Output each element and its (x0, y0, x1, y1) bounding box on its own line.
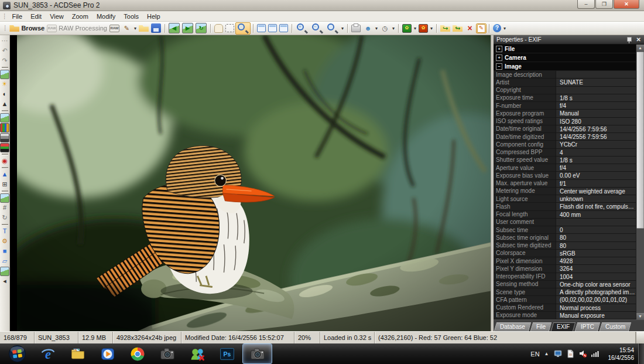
properties-panel-header[interactable]: Properties - EXIF ✕ (494, 35, 644, 45)
tab-exif[interactable]: EXIF (551, 322, 576, 331)
taskbar-photoshop-icon[interactable]: Ps (213, 344, 241, 363)
next-image-icon[interactable]: ▶ (181, 22, 194, 34)
contrast-icon[interactable]: ◐ (0, 89, 9, 99)
exif-row[interactable]: Aperture valuef/4 (494, 164, 636, 172)
dropdown-arrow-icon[interactable]: ▾ (134, 26, 136, 31)
zoom-out-icon[interactable]: − (310, 22, 325, 35)
resize-icon[interactable]: ⊞ (0, 179, 9, 189)
tag-red-icon[interactable]: ✿▾ (417, 23, 434, 33)
tray-volume-muted-icon[interactable] (578, 349, 587, 358)
help-icon[interactable]: ?▾ (492, 23, 507, 33)
expand-camera-icon[interactable]: + (496, 55, 502, 61)
exif-row[interactable]: Light sourceunknown (494, 195, 636, 203)
menu-tools[interactable]: Tools (119, 12, 143, 21)
tab-iptc[interactable]: IPTC (575, 322, 600, 331)
tab-database[interactable]: Database (494, 322, 531, 331)
save-icon[interactable] (150, 23, 162, 33)
perspective-icon[interactable]: ▱ (0, 256, 9, 266)
menu-modify[interactable]: Modify (93, 12, 119, 21)
redo-icon[interactable]: ↷ (0, 56, 9, 66)
taskbar-wmp-icon[interactable] (93, 344, 122, 363)
shadows-highlights-icon[interactable]: ▲ (0, 99, 9, 109)
exif-row[interactable]: Metering modeCenter weighted average (494, 188, 636, 195)
exif-row[interactable]: Component configYCbCr (494, 141, 636, 148)
exif-row[interactable]: Compressed BPP4 (494, 149, 636, 157)
edit-mode-icon[interactable]: ✎ (476, 23, 487, 33)
panel-close-icon[interactable]: ✕ (636, 36, 641, 43)
dropdown-arrow-icon[interactable]: ▾ (392, 26, 395, 31)
scroll-up-icon[interactable]: ▲ (636, 45, 644, 51)
taskbar-ie-icon[interactable]: e (33, 344, 62, 363)
text-tool-icon[interactable]: T (0, 226, 9, 236)
exif-row[interactable]: User comment (494, 219, 636, 226)
exif-row[interactable]: Scene typeA directly photographed image (494, 288, 636, 296)
exif-row[interactable]: Max. aperture valuef/1 (494, 180, 636, 188)
share-icon[interactable]: ☻▾ (362, 23, 379, 33)
slideshow-icon[interactable]: ◷▾ (379, 23, 396, 33)
dropdown-arrow-icon[interactable]: ▾ (375, 26, 378, 31)
exif-row[interactable]: Shutter speed value1/8 s (494, 157, 636, 164)
tab-file[interactable]: File (530, 322, 551, 331)
exif-row[interactable]: Sensing methodOne-chip color area sensor (494, 281, 636, 288)
scroll-down-icon[interactable]: ▼ (636, 313, 644, 319)
taskbar-acdsee-icon[interactable] (242, 343, 272, 364)
section-image[interactable]: −Image (494, 62, 636, 71)
blur-icon[interactable]: ■ (0, 246, 9, 256)
crop-icon[interactable]: # (0, 203, 9, 213)
tray-display-icon[interactable] (554, 349, 563, 358)
left-toolbar-grip[interactable]: ⋯ (0, 36, 9, 46)
exif-row[interactable]: FlashFlash did not fire, compulsory flas… (494, 203, 636, 210)
zoom-tool-icon[interactable] (235, 22, 251, 35)
taskbar-messenger-icon[interactable] (183, 344, 211, 363)
maximize-button[interactable]: ❐ (595, 0, 613, 9)
zoom-level-icon[interactable]: ▾ (325, 22, 345, 35)
print-icon[interactable] (350, 24, 362, 33)
section-file[interactable]: +File (494, 45, 636, 53)
exif-row[interactable]: Pixel X dimension4928 (494, 257, 636, 265)
panel-scrollbar[interactable]: ▲ ▼ (636, 45, 644, 319)
menu-view[interactable]: View (46, 12, 68, 21)
select-tool-icon[interactable] (224, 23, 235, 33)
title-bar[interactable]: SUN_3853 - ACDSee Pro 2 –❐✕ (0, 0, 644, 11)
menu-edit[interactable]: Edit (26, 12, 46, 21)
exif-row[interactable]: Copyright (494, 87, 636, 94)
fit-image-icon[interactable] (256, 23, 267, 33)
menu-help[interactable]: Help (143, 12, 165, 21)
collapse-arrow-icon[interactable]: ◂ (0, 276, 9, 286)
tray-expand-icon[interactable]: ▲ (544, 351, 549, 356)
histogram-icon[interactable] (0, 123, 9, 132)
expand-file-icon[interactable]: + (496, 46, 502, 52)
color-balance-icon[interactable] (0, 142, 9, 152)
exif-row[interactable]: ColorspacesRGB (494, 250, 636, 257)
repair-icon[interactable]: ⚙ (0, 236, 9, 246)
save-raw-icon[interactable]: RAW (108, 24, 121, 33)
tray-clock[interactable]: 15:54 16/4/2556 (604, 346, 639, 362)
previous-image-icon[interactable]: ◀ (167, 22, 181, 34)
minimize-button[interactable]: – (577, 0, 595, 9)
move-to-icon[interactable]: ↪ (439, 23, 451, 33)
pin-icon[interactable] (626, 36, 632, 43)
close-button[interactable]: ✕ (614, 0, 639, 9)
exif-row[interactable]: Subsec time digitized80 (494, 242, 636, 250)
actual-size-icon[interactable] (267, 23, 278, 33)
exif-row[interactable]: Custom RenderedNormal process (494, 304, 636, 312)
scrollbar-thumb[interactable] (636, 52, 644, 229)
edit-photo-icon[interactable] (0, 113, 9, 123)
auto-levels-icon[interactable] (0, 69, 9, 79)
exif-row[interactable]: Date/time original14/4/2556 7:59:56 (494, 125, 636, 133)
exif-row[interactable]: Date/time digitized14/4/2556 7:59:56 (494, 133, 636, 141)
tray-language[interactable]: EN (530, 351, 539, 358)
status-resize-grip[interactable] (636, 332, 644, 343)
exif-row[interactable]: Interoperability IFD1004 (494, 273, 636, 281)
zoom-in-icon[interactable]: + (294, 22, 310, 35)
tab-custom[interactable]: Custom (600, 322, 632, 331)
exif-row[interactable]: Exposure programManual (494, 110, 636, 117)
levels-icon[interactable] (0, 132, 9, 142)
dropdown-arrow-icon[interactable]: ▾ (430, 26, 433, 31)
section-camera[interactable]: +Camera (494, 53, 636, 62)
exif-row[interactable]: Subsec time0 (494, 226, 636, 234)
exif-row[interactable]: F-numberf/4 (494, 102, 636, 110)
exif-row[interactable]: Image description (494, 71, 636, 79)
exif-row[interactable]: ISO speed ratingsISO 280 (494, 118, 636, 125)
undo-icon[interactable]: ↶ (0, 46, 9, 56)
